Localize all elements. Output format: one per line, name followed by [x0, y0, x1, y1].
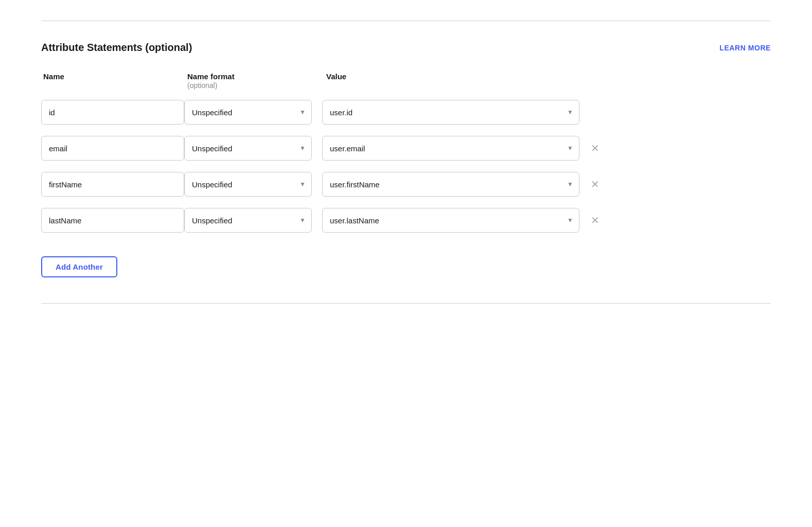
column-header-name: Name	[43, 72, 187, 81]
top-divider	[41, 21, 771, 21]
value-select-wrapper-2: user.id user.email user.firstName user.l…	[322, 136, 579, 161]
format-select-wrapper-2: Unspecified URI Reference Basic ▼	[184, 136, 312, 161]
bottom-divider	[41, 303, 771, 304]
name-input-4[interactable]	[41, 208, 184, 233]
format-select-3[interactable]: Unspecified URI Reference Basic	[184, 172, 312, 197]
attribute-row: Unspecified URI Reference Basic ▼ user.i…	[41, 100, 771, 125]
value-select-wrapper-1: user.id user.email user.firstName user.l…	[322, 100, 579, 125]
section-title: Attribute Statements (optional)	[41, 42, 192, 54]
format-select-1[interactable]: Unspecified URI Reference Basic	[184, 100, 312, 125]
column-header-format: Name format (optional)	[187, 72, 316, 90]
delete-button-4[interactable]: ✕	[589, 213, 602, 227]
name-input-2[interactable]	[41, 136, 184, 161]
attribute-row: Unspecified URI Reference Basic ▼ user.i…	[41, 136, 771, 161]
format-select-2[interactable]: Unspecified URI Reference Basic	[184, 136, 312, 161]
attribute-row: Unspecified URI Reference Basic ▼ user.i…	[41, 172, 771, 197]
name-input-3[interactable]	[41, 172, 184, 197]
learn-more-link[interactable]: LEARN MORE	[719, 44, 771, 52]
name-input-1[interactable]	[41, 100, 184, 125]
format-select-wrapper-1: Unspecified URI Reference Basic ▼	[184, 100, 312, 125]
value-select-wrapper-3: user.id user.email user.firstName user.l…	[322, 172, 579, 197]
value-select-3[interactable]: user.id user.email user.firstName user.l…	[322, 172, 579, 197]
section-header: Attribute Statements (optional) LEARN MO…	[41, 42, 771, 54]
column-headers: Name Name format (optional) Value	[41, 72, 771, 90]
format-select-wrapper-4: Unspecified URI Reference Basic ▼	[184, 208, 312, 233]
value-select-4[interactable]: user.id user.email user.firstName user.l…	[322, 208, 579, 233]
value-select-wrapper-4: user.id user.email user.firstName user.l…	[322, 208, 579, 233]
format-select-wrapper-3: Unspecified URI Reference Basic ▼	[184, 172, 312, 197]
value-select-2[interactable]: user.id user.email user.firstName user.l…	[322, 136, 579, 161]
add-another-button[interactable]: Add Another	[41, 256, 117, 277]
delete-button-3[interactable]: ✕	[589, 177, 602, 191]
attribute-row: Unspecified URI Reference Basic ▼ user.i…	[41, 208, 771, 233]
delete-button-2[interactable]: ✕	[589, 141, 602, 155]
page-container: Attribute Statements (optional) LEARN MO…	[0, 21, 812, 527]
value-select-1[interactable]: user.id user.email user.firstName user.l…	[322, 100, 579, 125]
column-header-value: Value	[326, 72, 346, 81]
format-select-4[interactable]: Unspecified URI Reference Basic	[184, 208, 312, 233]
